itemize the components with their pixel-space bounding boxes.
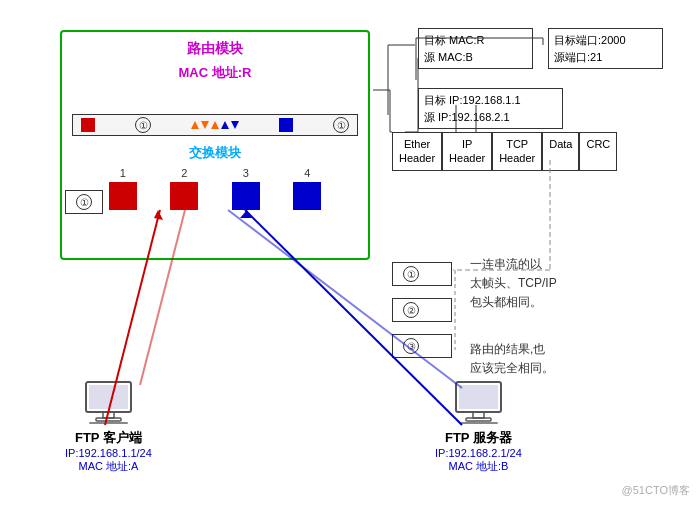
cable-block-right — [279, 118, 293, 132]
frame-data: Data — [542, 132, 579, 171]
ftp-client: FTP 客户端 IP:192.168.1.1/24 MAC 地址:A — [65, 380, 152, 474]
ftp-server-mac: MAC 地址:B — [448, 459, 508, 474]
circle-2: ① — [333, 117, 349, 133]
ftp-server-ip: IP:192.168.2.1/24 — [435, 447, 522, 459]
seq-box-2: ② — [392, 298, 452, 322]
port-3: 3 — [232, 167, 260, 210]
svg-rect-8 — [466, 418, 491, 421]
port-1: 1 — [109, 167, 137, 210]
frame-row: EtherHeader IPHeader TCPHeader Data CRC — [392, 132, 617, 171]
svg-rect-1 — [89, 385, 128, 409]
svg-rect-6 — [459, 385, 498, 409]
port-2: 2 — [170, 167, 198, 210]
arrow-up-blue-1 — [221, 121, 229, 129]
cable-arrows — [191, 121, 239, 129]
seq-box-1: ① — [392, 262, 452, 286]
frame-tcp: TCPHeader — [492, 132, 542, 171]
arrow-down-1 — [201, 121, 209, 129]
left-seq-box: ① — [65, 190, 103, 214]
router-title: 路由模块 — [187, 40, 243, 58]
ftp-server: FTP 服务器 IP:192.168.2.1/24 MAC 地址:B — [435, 380, 522, 474]
arrow-down-blue-1 — [231, 121, 239, 129]
switch-label: 交换模块 — [189, 144, 241, 162]
info-box-mac: 目标 MAC:R 源 MAC:B — [418, 28, 533, 69]
annot-text-1: 一连串流的以 太帧头、TCP/IP 包头都相同。 — [470, 255, 557, 313]
router-box: 路由模块 MAC 地址:R ① ① 交换模块 1 2 — [60, 30, 370, 260]
cable-block-left — [81, 118, 95, 132]
ftp-client-ip: IP:192.168.1.1/24 — [65, 447, 152, 459]
circle-1: ① — [135, 117, 151, 133]
port-4: 4 — [293, 167, 321, 210]
annot-text-2: 路由的结果,也 应该完全相同。 — [470, 340, 554, 378]
computer-client-icon — [81, 380, 136, 425]
cable-line: ① ① — [72, 114, 358, 136]
watermark: @51CTO博客 — [622, 483, 690, 498]
switch-ports: 1 2 3 4 — [92, 167, 338, 210]
svg-rect-3 — [96, 418, 121, 421]
ftp-client-mac: MAC 地址:A — [78, 459, 138, 474]
computer-server-icon — [451, 380, 506, 425]
svg-rect-9 — [459, 422, 498, 424]
frame-ether: EtherHeader — [392, 132, 442, 171]
svg-rect-4 — [89, 422, 128, 424]
frame-crc: CRC — [579, 132, 617, 171]
main-container: 路由模块 MAC 地址:R ① ① 交换模块 1 2 — [0, 0, 700, 506]
info-box-ip: 目标 IP:192.168.1.1 源 IP:192.168.2.1 — [418, 88, 563, 129]
info-box-port: 目标端口:2000 源端口:21 — [548, 28, 663, 69]
ftp-server-label: FTP 服务器 — [445, 429, 512, 447]
seq-box-3: ③ — [392, 334, 452, 358]
ftp-client-label: FTP 客户端 — [75, 429, 142, 447]
arrow-up-2 — [211, 121, 219, 129]
mac-addr: MAC 地址:R — [179, 64, 252, 82]
frame-ip: IPHeader — [442, 132, 492, 171]
arrow-up-1 — [191, 121, 199, 129]
